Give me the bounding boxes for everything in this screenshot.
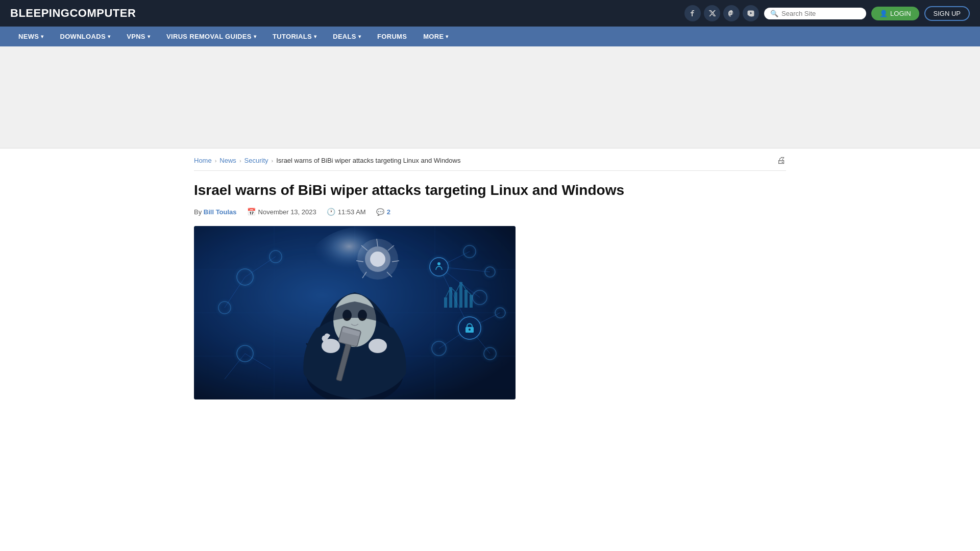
breadcrumb-home[interactable]: Home (194, 157, 212, 164)
logo-part2: COMPUTER (69, 7, 136, 19)
nav-forums[interactable]: FORUMS (369, 27, 415, 46)
signup-button[interactable]: SIGN UP (924, 6, 970, 21)
article: Israel warns of BiBi wiper attacks targe… (194, 181, 786, 399)
print-icon[interactable]: 🖨 (777, 155, 786, 166)
youtube-icon[interactable] (743, 5, 759, 21)
nav-vpns[interactable]: VPNS ▾ (118, 27, 158, 46)
article-hero-image (194, 226, 516, 399)
breadcrumb-sep-1: › (215, 158, 217, 164)
article-comments[interactable]: 💬 2 (376, 208, 390, 216)
login-label: LOGIN (890, 10, 911, 17)
breadcrumb-news[interactable]: News (219, 157, 236, 164)
comment-icon: 💬 (376, 208, 384, 216)
nav-more[interactable]: MORE ▾ (415, 27, 457, 46)
search-input[interactable] (781, 10, 860, 17)
nav-downloads-label: DOWNLOADS (60, 33, 106, 40)
article-meta: By Bill Toulas 📅 November 13, 2023 🕐 11:… (194, 208, 786, 216)
article-title: Israel warns of BiBi wiper attacks targe… (194, 181, 786, 199)
nav-tutorials-label: TUTORIALS (273, 33, 312, 40)
article-time: 🕐 11:53 AM (327, 208, 366, 216)
nav-forums-label: FORUMS (377, 33, 407, 40)
search-icon: 🔍 (770, 10, 778, 17)
nav-tutorials-arrow: ▾ (314, 34, 316, 39)
nav-deals-label: DEALS (333, 33, 356, 40)
user-icon: 👤 (879, 10, 888, 17)
nav-deals[interactable]: DEALS ▾ (325, 27, 369, 46)
date-text: November 13, 2023 (258, 208, 316, 216)
search-box[interactable]: 🔍 (764, 8, 866, 19)
site-logo[interactable]: BLEEPINGCOMPUTER (10, 7, 136, 20)
breadcrumb-security[interactable]: Security (244, 157, 268, 164)
breadcrumb-sep-2: › (239, 158, 241, 164)
time-text: 11:53 AM (338, 208, 366, 216)
nav-news-label: NEWS (18, 33, 39, 40)
login-button[interactable]: 👤 LOGIN (871, 7, 919, 20)
breadcrumb-sep-3: › (272, 158, 274, 164)
twitter-icon[interactable] (704, 5, 720, 21)
main-nav: NEWS ▾ DOWNLOADS ▾ VPNS ▾ VIRUS REMOVAL … (0, 27, 980, 46)
nav-tutorials[interactable]: TUTORIALS ▾ (264, 27, 325, 46)
content-wrapper: Home › News › Security › Israel warns of… (184, 148, 796, 399)
author-link[interactable]: Bill Toulas (204, 208, 237, 216)
ad-banner (0, 46, 980, 148)
nav-downloads-arrow: ▾ (108, 34, 110, 39)
nav-vpns-arrow: ▾ (148, 34, 150, 39)
comment-count: 2 (387, 208, 390, 216)
social-icons-group (684, 5, 759, 21)
facebook-icon[interactable] (684, 5, 701, 21)
svg-rect-64 (194, 226, 516, 399)
nav-virus-label: VIRUS REMOVAL GUIDES (166, 33, 252, 40)
nav-deals-arrow: ▾ (358, 34, 361, 39)
hero-svg (194, 226, 516, 399)
nav-more-arrow: ▾ (446, 34, 448, 39)
mastodon-icon[interactable] (723, 5, 740, 21)
nav-news-arrow: ▾ (41, 34, 43, 39)
nav-vpns-label: VPNS (127, 33, 145, 40)
nav-news[interactable]: NEWS ▾ (10, 27, 52, 46)
clock-icon: 🕐 (327, 208, 335, 216)
breadcrumb-current: Israel warns of BiBi wiper attacks targe… (276, 157, 460, 164)
site-header: BLEEPINGCOMPUTER 🔍 👤 LOGIN SIGN UP (0, 0, 980, 27)
breadcrumb: Home › News › Security › Israel warns of… (194, 148, 786, 171)
article-author: By Bill Toulas (194, 208, 237, 216)
nav-virus-removal[interactable]: VIRUS REMOVAL GUIDES ▾ (158, 27, 264, 46)
nav-downloads[interactable]: DOWNLOADS ▾ (52, 27, 119, 46)
article-date: 📅 November 13, 2023 (247, 208, 316, 216)
logo-part1: BLEEPING (10, 7, 69, 19)
nav-more-label: MORE (423, 33, 444, 40)
nav-virus-arrow: ▾ (254, 34, 256, 39)
header-right: 🔍 👤 LOGIN SIGN UP (684, 5, 970, 21)
calendar-icon: 📅 (247, 208, 256, 216)
